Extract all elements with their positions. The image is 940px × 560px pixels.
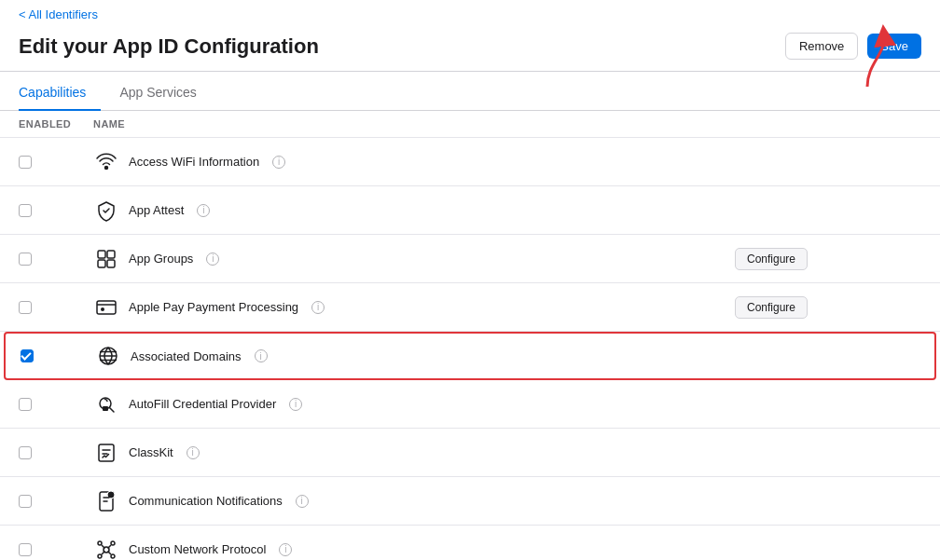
- checkbox-cell-app-groups: [19, 253, 93, 266]
- info-icon-classkit[interactable]: i: [187, 446, 200, 459]
- checkbox-app-attest[interactable]: [19, 204, 32, 217]
- svg-rect-5: [97, 301, 116, 314]
- capability-name-apple-pay: Apple Pay Payment Processing: [129, 300, 298, 314]
- name-cell-app-groups: App Groupsi: [93, 246, 735, 272]
- icon-apple-pay: [93, 294, 119, 321]
- remove-button[interactable]: Remove: [785, 33, 858, 60]
- icon-communication-notifications: [93, 488, 119, 514]
- capability-row-custom-network: Custom Network Protocoli: [0, 526, 940, 560]
- svg-point-6: [101, 307, 104, 311]
- name-cell-associated-domains: Associated Domainsi: [95, 343, 733, 369]
- icon-app-attest: [93, 198, 119, 224]
- svg-point-16: [98, 554, 102, 558]
- icon-classkit: [93, 440, 119, 466]
- capability-name-classkit: ClassKit: [129, 445, 173, 459]
- configure-button-app-groups[interactable]: Configure: [735, 248, 808, 270]
- configure-cell-apple-pay: Configure: [735, 296, 921, 319]
- svg-rect-10: [99, 444, 114, 461]
- name-cell-autofill: AutoFill Credential Provideri: [93, 391, 735, 417]
- name-cell-app-attest: App Attesti: [93, 198, 735, 224]
- capability-row-autofill: AutoFill Credential Provideri: [0, 380, 940, 429]
- save-button[interactable]: Save: [867, 34, 921, 59]
- col-enabled: ENABLED: [19, 118, 93, 130]
- checkbox-cell-communication-notifications: [19, 495, 93, 508]
- checkbox-cell-classkit: [19, 446, 93, 459]
- checkbox-app-groups[interactable]: [19, 253, 32, 266]
- checkbox-cell-autofill: [19, 398, 93, 411]
- info-icon-associated-domains[interactable]: i: [255, 349, 268, 362]
- checkbox-cell-access-wifi: [19, 156, 93, 169]
- info-icon-custom-network[interactable]: i: [279, 543, 292, 556]
- checkbox-communication-notifications[interactable]: [19, 495, 32, 508]
- capability-row-app-attest: App Attesti: [0, 186, 940, 235]
- checkbox-autofill[interactable]: [19, 398, 32, 411]
- capability-name-access-wifi: Access WiFi Information: [129, 155, 259, 169]
- configure-cell-app-groups: Configure: [735, 248, 921, 270]
- info-icon-autofill[interactable]: i: [289, 398, 302, 411]
- back-link[interactable]: All Identifiers: [19, 7, 98, 21]
- checkbox-classkit[interactable]: [19, 446, 32, 459]
- capability-row-associated-domains: Associated Domainsi: [4, 332, 936, 380]
- svg-rect-1: [98, 251, 105, 258]
- configure-button-apple-pay[interactable]: Configure: [735, 296, 808, 319]
- capability-name-communication-notifications: Communication Notifications: [129, 494, 283, 508]
- svg-point-17: [111, 554, 115, 558]
- info-icon-communication-notifications[interactable]: i: [296, 495, 309, 508]
- name-cell-communication-notifications: Communication Notificationsi: [93, 488, 735, 514]
- info-icon-app-groups[interactable]: i: [206, 253, 219, 266]
- table-header: ENABLED NAME: [0, 111, 940, 138]
- info-icon-apple-pay[interactable]: i: [311, 301, 325, 314]
- name-cell-custom-network: Custom Network Protocoli: [93, 537, 735, 561]
- capability-row-apple-pay: Apple Pay Payment ProcessingiConfigure: [0, 283, 940, 332]
- svg-rect-9: [103, 406, 108, 411]
- tabs-bar: Capabilities App Services: [0, 75, 940, 111]
- capability-name-associated-domains: Associated Domains: [131, 349, 242, 363]
- capability-row-app-groups: App GroupsiConfigure: [0, 235, 940, 283]
- icon-custom-network: [93, 537, 119, 561]
- capability-row-communication-notifications: Communication Notificationsi: [0, 477, 940, 526]
- icon-autofill: [93, 391, 119, 417]
- svg-rect-2: [107, 251, 115, 258]
- svg-rect-3: [98, 260, 105, 267]
- capability-name-app-attest: App Attest: [129, 203, 184, 217]
- svg-point-15: [111, 541, 115, 545]
- name-cell-classkit: ClassKiti: [93, 440, 735, 466]
- name-cell-apple-pay: Apple Pay Payment Processingi: [93, 294, 735, 321]
- capability-name-autofill: AutoFill Credential Provider: [129, 397, 276, 411]
- capability-row-classkit: ClassKiti: [0, 429, 940, 477]
- capability-name-app-groups: App Groups: [129, 252, 193, 266]
- svg-point-14: [98, 541, 102, 545]
- name-cell-access-wifi: Access WiFi Informationi: [93, 149, 735, 175]
- checkbox-access-wifi[interactable]: [19, 156, 32, 169]
- icon-access-wifi: [93, 149, 119, 175]
- icon-associated-domains: [95, 343, 121, 369]
- page-header: Edit your App ID Configuration Remove Sa…: [0, 25, 940, 72]
- capability-row-access-wifi: Access WiFi Informationi: [0, 138, 940, 186]
- page-title: Edit your App ID Configuration: [19, 34, 319, 59]
- col-name: NAME: [93, 118, 735, 130]
- checkbox-apple-pay[interactable]: [19, 301, 32, 314]
- tab-capabilities[interactable]: Capabilities: [19, 75, 101, 111]
- svg-point-0: [105, 166, 108, 169]
- info-icon-app-attest[interactable]: i: [197, 204, 210, 217]
- capability-name-custom-network: Custom Network Protocol: [129, 542, 266, 556]
- checkbox-cell-app-attest: [19, 204, 93, 217]
- tab-app-services[interactable]: App Services: [119, 75, 211, 111]
- checkbox-associated-domains[interactable]: [21, 349, 34, 362]
- checkbox-custom-network[interactable]: [19, 543, 32, 556]
- icon-app-groups: [93, 246, 119, 272]
- checkbox-cell-custom-network: [19, 543, 93, 556]
- info-icon-access-wifi[interactable]: i: [272, 156, 285, 169]
- checkbox-cell-apple-pay: [19, 301, 93, 314]
- checkbox-cell-associated-domains: [21, 349, 95, 362]
- capabilities-list: Access WiFi Informationi App Attesti App…: [0, 138, 940, 560]
- header-actions: Remove Save: [785, 33, 921, 60]
- svg-rect-4: [107, 260, 115, 267]
